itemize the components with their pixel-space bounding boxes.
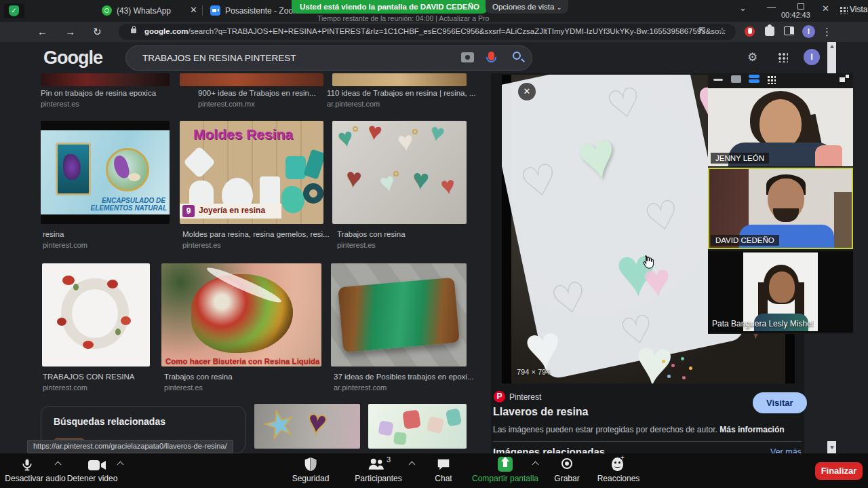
search-magnifier-icon[interactable] [513, 52, 521, 60]
record-button[interactable] [561, 458, 572, 469]
voice-search-mic-icon[interactable] [488, 52, 494, 60]
recording-extension-icon[interactable] [745, 26, 755, 37]
scrollbar-down-arrow[interactable] [830, 446, 834, 449]
tab-close-icon[interactable]: ✕ [190, 5, 197, 15]
participant-name: JENNY LEÓN [711, 153, 769, 164]
result-thumb-partial-keychains[interactable]: ★ ♥ [254, 404, 360, 449]
zoom-video-panel: JENNY LEÓN DAVID CEDEÑO Pata Banguera Le… [708, 73, 853, 334]
panel-minimize-icon[interactable] [713, 79, 723, 81]
reactions-button[interactable]: + [612, 457, 623, 471]
result-title[interactable]: 900+ ideas de Trabajos en resin... [198, 89, 316, 97]
browser-profile-avatar[interactable]: I [802, 25, 815, 38]
result-title[interactable]: 110 ideas de Trabajos en resina | resina… [327, 89, 476, 97]
google-profile-avatar[interactable]: I [804, 49, 820, 65]
view-options-button[interactable]: Opciones de vista ⌄ [486, 0, 568, 14]
browser-menu-kebab-icon[interactable]: ⋮ [822, 26, 832, 38]
more-info-link[interactable]: Más información [719, 425, 784, 434]
result-domain: pinterest.es [164, 383, 203, 392]
settings-gear-icon[interactable]: ⚙ [747, 50, 757, 64]
end-meeting-button[interactable]: Finalizar [815, 462, 863, 480]
google-apps-grid-icon[interactable] [777, 52, 788, 62]
search-query[interactable]: TRABAJOS EN RESINA PINTEREST [142, 53, 296, 63]
face [769, 271, 795, 303]
video-options-caret[interactable] [117, 462, 124, 468]
close-preview-icon[interactable]: ✕ [518, 83, 536, 100]
preview-source[interactable]: Pinterest [509, 392, 541, 402]
tab-whatsapp[interactable]: (43) WhatsApp [98, 3, 187, 19]
share-options-caret[interactable] [532, 462, 539, 468]
page-scrollbar[interactable] [827, 42, 836, 73]
result-thumb-partial[interactable] [332, 73, 467, 86]
plus-icon: + [620, 454, 625, 462]
extensions-puzzle-icon[interactable] [765, 26, 774, 36]
whatsapp-icon [102, 5, 112, 16]
result-thumb-hearts[interactable]: ♥ ♥ ♥ ♥ ♥ ♥ ♥ ♥ [332, 121, 467, 224]
google-logo[interactable]: Google [43, 48, 102, 69]
result-title[interactable]: Trabajos con resina [164, 373, 233, 381]
video-tile-jenny[interactable]: JENNY LEÓN [708, 88, 853, 166]
result-domain: pinterest.es [182, 241, 221, 249]
screen-share-banner: Usted está viendo la pantalla de DAVID C… [292, 0, 488, 14]
result-title[interactable]: Pin on trabajos de resina epoxica [41, 89, 156, 97]
view-gallery-icon[interactable] [766, 75, 776, 84]
url-host: google.com [144, 27, 189, 35]
page-scrollbar-bottom[interactable] [827, 441, 836, 453]
security-shield-icon[interactable]: ✓ [4, 3, 24, 18]
record-label: Grabar [547, 474, 587, 483]
preview-title[interactable]: Llaveros de resina [493, 406, 589, 418]
share-page-icon[interactable]: ⇱ [698, 26, 705, 35]
security-button[interactable] [304, 457, 317, 472]
resin-heart-confetti: ♥ [632, 329, 676, 383]
participants-options-caret[interactable] [409, 462, 416, 468]
participants-label: Participantes [344, 474, 412, 483]
image-search-camera-icon[interactable] [461, 52, 474, 62]
result-thumb-partial[interactable] [180, 73, 323, 86]
view-speaker-icon[interactable] [731, 75, 741, 83]
search-box[interactable]: TRABAJOS EN RESINA PINTEREST [125, 45, 532, 71]
result-thumb-partial[interactable] [41, 73, 170, 86]
result-title[interactable]: TRABAJOS CON RESINA [43, 373, 134, 381]
scrollbar-up-arrow[interactable] [830, 45, 834, 48]
divider [493, 441, 802, 442]
chat-button[interactable] [437, 458, 450, 471]
lock-icon [131, 29, 136, 33]
stop-video-button[interactable] [88, 459, 106, 471]
result-thumb-mesa-epoxi[interactable] [331, 263, 467, 367]
confetti-dots [662, 360, 665, 363]
pendant-circle [106, 148, 149, 191]
result-thumb-moldes[interactable]: Moldes Resina 9 Joyería en resina [180, 121, 323, 224]
vista-grid-icon[interactable] [839, 5, 848, 14]
vista-label[interactable]: Vista [850, 5, 867, 14]
mute-button[interactable] [20, 458, 34, 472]
mute-options-caret[interactable] [55, 462, 62, 468]
bookmark-star-icon[interactable]: ☆ [718, 26, 726, 36]
result-thumb-bangle[interactable] [42, 263, 150, 367]
chevron-down-icon[interactable]: ⌄ [739, 3, 747, 13]
furniture [834, 192, 852, 249]
minimize-icon[interactable]: — [767, 2, 776, 12]
result-title[interactable]: Moldes para resina, resina gemelos, resi… [182, 230, 330, 238]
result-thumb-bisuteria[interactable]: Como hacer Bisuteria con Resina Liquida [161, 263, 321, 367]
video-tile-david[interactable]: DAVID CEDEÑO [708, 168, 853, 249]
video-tile-pata[interactable]: Pata Banguera Lesly Mishel [708, 251, 853, 333]
back-icon[interactable]: ← [37, 26, 47, 37]
related-searches-header: Búsquedas relacionadas [54, 416, 165, 427]
participants-button[interactable]: 3 [368, 457, 385, 471]
visit-button[interactable]: Visitar [753, 392, 807, 413]
result-domain: pinterest.es [337, 241, 376, 249]
address-bar[interactable]: google.com/search?q=TRABAJOS+EN+RESINA+P… [119, 24, 736, 40]
restore-window-icon[interactable] [797, 3, 804, 10]
close-window-icon[interactable]: ✕ [822, 3, 829, 14]
forward-icon[interactable]: → [65, 26, 75, 37]
panel-layout-icon[interactable] [840, 75, 849, 82]
result-domain: pinterest.com [43, 383, 87, 392]
share-screen-button[interactable] [498, 457, 513, 472]
result-thumb-partial-pastel[interactable] [368, 404, 467, 449]
result-title[interactable]: resina [43, 230, 64, 238]
result-thumb-encapsulado[interactable]: ENCAPSULADO DE ELEMENTOS NATURAL [41, 121, 170, 224]
sidepanel-icon[interactable] [784, 26, 794, 35]
result-title[interactable]: Trabajos con resina [337, 230, 406, 238]
result-title[interactable]: 37 ideas de Posibles trabajos en epoxi..… [334, 373, 474, 381]
reload-icon[interactable]: ↻ [93, 26, 102, 38]
view-strip-icon[interactable] [749, 75, 760, 83]
